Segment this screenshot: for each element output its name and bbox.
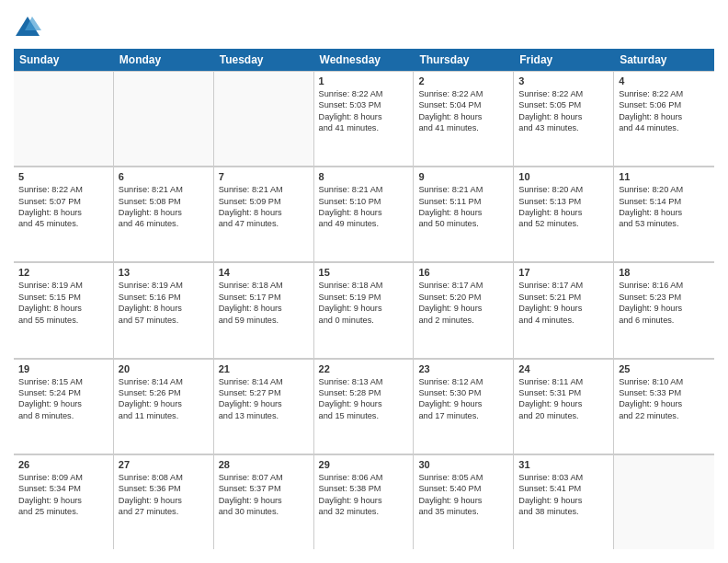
calendar-row-1: 1Sunrise: 8:22 AM Sunset: 5:03 PM Daylig… — [14, 71, 714, 167]
calendar-header: SundayMondayTuesdayWednesdayThursdayFrid… — [14, 49, 714, 71]
calendar-cell: 13Sunrise: 8:19 AM Sunset: 5:16 PM Dayli… — [114, 263, 214, 357]
day-number: 4 — [619, 75, 710, 86]
calendar-cell: 20Sunrise: 8:14 AM Sunset: 5:26 PM Dayli… — [114, 360, 214, 454]
day-number: 26 — [18, 459, 108, 470]
cell-content: Sunrise: 8:07 AM Sunset: 5:37 PM Dayligh… — [219, 472, 309, 518]
calendar-body: 1Sunrise: 8:22 AM Sunset: 5:03 PM Daylig… — [14, 71, 714, 549]
day-number: 15 — [319, 267, 409, 278]
day-number: 14 — [219, 267, 309, 278]
day-number: 31 — [518, 459, 609, 470]
calendar-cell: 25Sunrise: 8:10 AM Sunset: 5:33 PM Dayli… — [614, 360, 714, 454]
day-number: 18 — [619, 267, 710, 278]
cell-content: Sunrise: 8:09 AM Sunset: 5:34 PM Dayligh… — [18, 472, 108, 518]
day-number: 23 — [418, 363, 508, 374]
cell-content: Sunrise: 8:20 AM Sunset: 5:13 PM Dayligh… — [518, 184, 609, 230]
calendar-header-sunday: Sunday — [14, 49, 114, 71]
day-number: 13 — [119, 267, 209, 278]
page: SundayMondayTuesdayWednesdayThursdayFrid… — [0, 0, 728, 563]
calendar-header-saturday: Saturday — [614, 49, 714, 71]
day-number: 12 — [18, 267, 108, 278]
calendar-cell: 30Sunrise: 8:05 AM Sunset: 5:40 PM Dayli… — [414, 455, 514, 549]
day-number: 29 — [319, 459, 409, 470]
calendar-cell — [114, 72, 214, 166]
calendar-cell: 7Sunrise: 8:21 AM Sunset: 5:09 PM Daylig… — [214, 167, 314, 261]
cell-content: Sunrise: 8:21 AM Sunset: 5:10 PM Dayligh… — [319, 184, 409, 230]
cell-content: Sunrise: 8:21 AM Sunset: 5:09 PM Dayligh… — [219, 184, 309, 230]
day-number: 8 — [319, 171, 409, 182]
day-number: 9 — [418, 171, 508, 182]
calendar-header-monday: Monday — [114, 49, 214, 71]
logo-icon — [14, 14, 41, 41]
calendar-cell: 19Sunrise: 8:15 AM Sunset: 5:24 PM Dayli… — [14, 360, 114, 454]
day-number: 20 — [119, 363, 209, 374]
cell-content: Sunrise: 8:22 AM Sunset: 5:04 PM Dayligh… — [418, 88, 508, 134]
day-number: 10 — [518, 171, 609, 182]
calendar-cell: 28Sunrise: 8:07 AM Sunset: 5:37 PM Dayli… — [214, 455, 314, 549]
day-number: 21 — [219, 363, 309, 374]
calendar-cell: 16Sunrise: 8:17 AM Sunset: 5:20 PM Dayli… — [414, 263, 514, 357]
calendar-cell: 5Sunrise: 8:22 AM Sunset: 5:07 PM Daylig… — [14, 167, 114, 261]
day-number: 27 — [119, 459, 209, 470]
calendar-cell: 12Sunrise: 8:19 AM Sunset: 5:15 PM Dayli… — [14, 263, 114, 357]
cell-content: Sunrise: 8:10 AM Sunset: 5:33 PM Dayligh… — [619, 376, 710, 422]
cell-content: Sunrise: 8:19 AM Sunset: 5:15 PM Dayligh… — [18, 280, 108, 326]
calendar-cell: 9Sunrise: 8:21 AM Sunset: 5:11 PM Daylig… — [414, 167, 514, 261]
cell-content: Sunrise: 8:08 AM Sunset: 5:36 PM Dayligh… — [119, 472, 209, 518]
calendar-cell — [14, 72, 114, 166]
day-number: 22 — [319, 363, 409, 374]
cell-content: Sunrise: 8:18 AM Sunset: 5:19 PM Dayligh… — [319, 280, 409, 326]
calendar-header-wednesday: Wednesday — [314, 49, 415, 71]
day-number: 16 — [418, 267, 508, 278]
day-number: 11 — [619, 171, 710, 182]
logo — [14, 14, 45, 41]
cell-content: Sunrise: 8:17 AM Sunset: 5:21 PM Dayligh… — [518, 280, 609, 326]
calendar-cell: 21Sunrise: 8:14 AM Sunset: 5:27 PM Dayli… — [214, 360, 314, 454]
cell-content: Sunrise: 8:22 AM Sunset: 5:05 PM Dayligh… — [518, 88, 609, 134]
cell-content: Sunrise: 8:05 AM Sunset: 5:40 PM Dayligh… — [418, 472, 508, 518]
calendar-cell: 15Sunrise: 8:18 AM Sunset: 5:19 PM Dayli… — [314, 263, 415, 357]
calendar-row-2: 5Sunrise: 8:22 AM Sunset: 5:07 PM Daylig… — [14, 167, 714, 262]
calendar-cell: 26Sunrise: 8:09 AM Sunset: 5:34 PM Dayli… — [14, 455, 114, 549]
day-number: 17 — [518, 267, 609, 278]
cell-content: Sunrise: 8:03 AM Sunset: 5:41 PM Dayligh… — [518, 472, 609, 518]
calendar-cell: 1Sunrise: 8:22 AM Sunset: 5:03 PM Daylig… — [314, 72, 415, 166]
day-number: 30 — [418, 459, 508, 470]
cell-content: Sunrise: 8:17 AM Sunset: 5:20 PM Dayligh… — [418, 280, 508, 326]
calendar-cell: 18Sunrise: 8:16 AM Sunset: 5:23 PM Dayli… — [614, 263, 714, 357]
cell-content: Sunrise: 8:16 AM Sunset: 5:23 PM Dayligh… — [619, 280, 710, 326]
calendar-row-3: 12Sunrise: 8:19 AM Sunset: 5:15 PM Dayli… — [14, 262, 714, 358]
calendar-row-5: 26Sunrise: 8:09 AM Sunset: 5:34 PM Dayli… — [14, 454, 714, 549]
day-number: 6 — [119, 171, 209, 182]
day-number: 3 — [518, 75, 609, 86]
cell-content: Sunrise: 8:20 AM Sunset: 5:14 PM Dayligh… — [619, 184, 710, 230]
cell-content: Sunrise: 8:18 AM Sunset: 5:17 PM Dayligh… — [219, 280, 309, 326]
cell-content: Sunrise: 8:06 AM Sunset: 5:38 PM Dayligh… — [319, 472, 409, 518]
calendar-cell: 22Sunrise: 8:13 AM Sunset: 5:28 PM Dayli… — [314, 360, 415, 454]
day-number: 25 — [619, 363, 710, 374]
day-number: 2 — [418, 75, 508, 86]
cell-content: Sunrise: 8:21 AM Sunset: 5:11 PM Dayligh… — [418, 184, 508, 230]
calendar-cell: 14Sunrise: 8:18 AM Sunset: 5:17 PM Dayli… — [214, 263, 314, 357]
cell-content: Sunrise: 8:11 AM Sunset: 5:31 PM Dayligh… — [518, 376, 609, 422]
calendar-row-4: 19Sunrise: 8:15 AM Sunset: 5:24 PM Dayli… — [14, 359, 714, 454]
calendar-cell: 8Sunrise: 8:21 AM Sunset: 5:10 PM Daylig… — [314, 167, 415, 261]
day-number: 5 — [18, 171, 108, 182]
cell-content: Sunrise: 8:13 AM Sunset: 5:28 PM Dayligh… — [319, 376, 409, 422]
cell-content: Sunrise: 8:21 AM Sunset: 5:08 PM Dayligh… — [119, 184, 209, 230]
header — [14, 14, 714, 41]
calendar-cell: 6Sunrise: 8:21 AM Sunset: 5:08 PM Daylig… — [114, 167, 214, 261]
calendar-header-tuesday: Tuesday — [214, 49, 314, 71]
calendar-cell: 31Sunrise: 8:03 AM Sunset: 5:41 PM Dayli… — [514, 455, 614, 549]
cell-content: Sunrise: 8:22 AM Sunset: 5:06 PM Dayligh… — [619, 88, 710, 134]
calendar-cell: 17Sunrise: 8:17 AM Sunset: 5:21 PM Dayli… — [514, 263, 614, 357]
calendar-cell: 23Sunrise: 8:12 AM Sunset: 5:30 PM Dayli… — [414, 360, 514, 454]
calendar-cell: 4Sunrise: 8:22 AM Sunset: 5:06 PM Daylig… — [614, 72, 714, 166]
calendar-cell: 11Sunrise: 8:20 AM Sunset: 5:14 PM Dayli… — [614, 167, 714, 261]
calendar-cell: 27Sunrise: 8:08 AM Sunset: 5:36 PM Dayli… — [114, 455, 214, 549]
calendar-header-friday: Friday — [514, 49, 614, 71]
cell-content: Sunrise: 8:19 AM Sunset: 5:16 PM Dayligh… — [119, 280, 209, 326]
day-number: 19 — [18, 363, 108, 374]
calendar-cell: 2Sunrise: 8:22 AM Sunset: 5:04 PM Daylig… — [414, 72, 514, 166]
day-number: 24 — [518, 363, 609, 374]
calendar-cell — [214, 72, 314, 166]
